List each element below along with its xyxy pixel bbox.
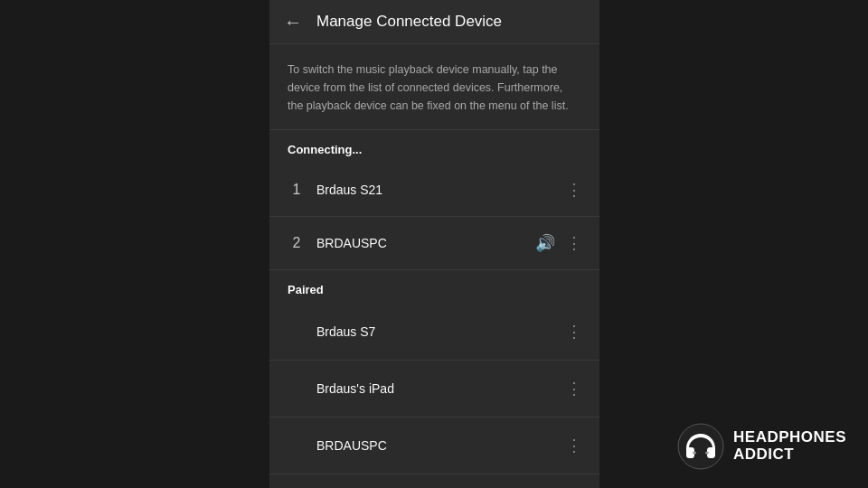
paired-item-3[interactable]: BRDAUSPC ⋮ <box>269 418 599 474</box>
header: ← Manage Connected Device <box>269 0 599 44</box>
device-item-2[interactable]: 2 BRDAUSPC 🔊 ⋮ <box>269 217 599 270</box>
device-number-2: 2 <box>284 235 309 251</box>
branding: HEADPHONES ADDICT <box>677 423 846 470</box>
right-panel: HEADPHONES ADDICT <box>599 0 868 488</box>
active-audio-icon: 🔊 <box>535 233 555 253</box>
content-area: To switch the music playback device manu… <box>269 44 599 488</box>
description-text: To switch the music playback device manu… <box>269 44 599 130</box>
page-title: Manage Connected Device <box>316 13 502 31</box>
device-name-1: Brdaus S21 <box>309 183 562 197</box>
svg-point-0 <box>678 424 723 469</box>
device-1-more-icon[interactable]: ⋮ <box>562 176 585 203</box>
paired-2-more-icon[interactable]: ⋮ <box>562 375 585 402</box>
phone-panel: ← Manage Connected Device To switch the … <box>269 0 599 488</box>
device-number-1: 1 <box>284 182 309 198</box>
paired-device-name-3: BRDAUSPC <box>284 438 562 453</box>
paired-section-label: Paired <box>269 270 599 304</box>
device-item-1[interactable]: 1 Brdaus S21 ⋮ <box>269 164 599 217</box>
paired-item-2[interactable]: Brdaus's iPad ⋮ <box>269 361 599 418</box>
paired-3-more-icon[interactable]: ⋮ <box>562 432 585 459</box>
svg-point-2 <box>705 452 709 455</box>
svg-point-1 <box>693 452 696 455</box>
brand-text: HEADPHONES ADDICT <box>733 429 846 463</box>
brand-headphones-label: HEADPHONES <box>733 429 846 446</box>
paired-device-name-1: Brdaus S7 <box>284 324 562 339</box>
paired-device-name-2: Brdaus's iPad <box>284 381 562 396</box>
headphones-addict-logo <box>677 423 724 470</box>
device-2-more-icon[interactable]: ⋮ <box>562 230 585 257</box>
left-spacer <box>0 0 269 488</box>
connecting-section-label: Connecting... <box>269 130 599 164</box>
back-button[interactable]: ← <box>284 13 302 31</box>
paired-1-more-icon[interactable]: ⋮ <box>562 318 585 345</box>
brand-addict-label: ADDICT <box>733 446 794 464</box>
paired-item-1[interactable]: Brdaus S7 ⋮ <box>269 304 599 361</box>
device-name-2: BRDAUSPC <box>309 236 535 250</box>
